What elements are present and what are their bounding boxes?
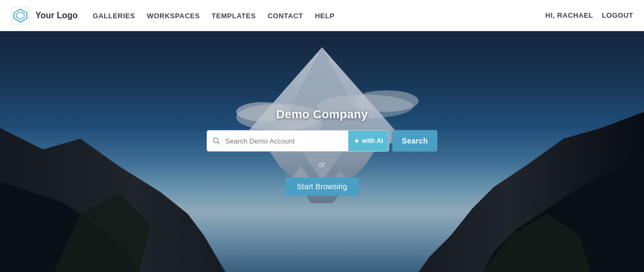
nav-help[interactable]: HELP	[315, 12, 335, 20]
or-text: or	[319, 160, 325, 169]
nav-links: GALLERIES WORKSPACES TEMPLATES CONTACT H…	[93, 11, 335, 20]
nav-contact[interactable]: CONTACT	[268, 12, 303, 20]
header-left: Your Logo GALLERIES WORKSPACES TEMPLATES…	[11, 6, 334, 25]
logo[interactable]: Your Logo	[11, 6, 78, 25]
nav-galleries[interactable]: GALLERIES	[93, 12, 135, 20]
ai-badge[interactable]: ✦ with AI	[348, 131, 389, 151]
header-right: HI, RACHAEL LOGOUT	[545, 11, 633, 19]
svg-line-21	[217, 142, 219, 145]
search-input[interactable]	[225, 137, 348, 145]
logout-link[interactable]: LOGOUT	[602, 11, 633, 19]
user-greeting: HI, RACHAEL	[545, 11, 593, 19]
header: Your Logo GALLERIES WORKSPACES TEMPLATES…	[0, 0, 644, 31]
logo-text: Your Logo	[35, 11, 78, 20]
browse-button[interactable]: Start Browsing	[285, 177, 359, 196]
hero-title: Demo Company	[276, 108, 368, 121]
nav-templates[interactable]: TEMPLATES	[211, 12, 255, 20]
search-button[interactable]: Search	[392, 130, 438, 152]
ai-label: with AI	[362, 137, 383, 145]
main-nav: GALLERIES WORKSPACES TEMPLATES CONTACT H…	[93, 11, 335, 20]
hero-content: Demo Company ✦ with AI Search or Start B…	[207, 108, 438, 196]
nav-workspaces[interactable]: WORKSPACES	[147, 12, 200, 20]
search-row: ✦ with AI Search	[207, 130, 438, 152]
search-icon	[207, 137, 225, 145]
hero-section: Demo Company ✦ with AI Search or Start B…	[0, 31, 644, 272]
search-bar: ✦ with AI	[207, 130, 389, 152]
ai-icon: ✦	[354, 137, 360, 145]
logo-icon	[11, 6, 30, 25]
